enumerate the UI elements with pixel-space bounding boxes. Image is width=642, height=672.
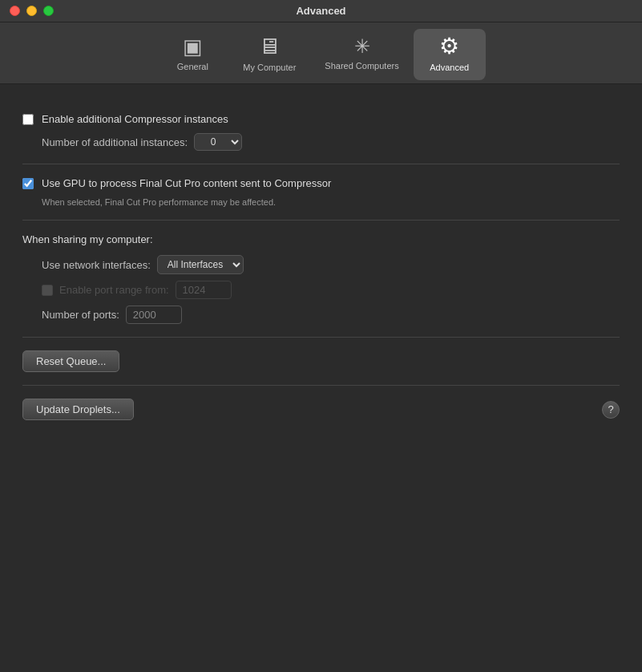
titlebar: Advanced <box>0 0 642 22</box>
tab-shared-computers-label: Shared Computers <box>325 61 398 71</box>
ports-label: Number of ports: <box>42 309 119 321</box>
network-dropdown[interactable]: All Interfaces Ethernet Wi-Fi <box>157 255 244 274</box>
my-computer-icon: 🖥 <box>258 35 281 58</box>
network-row: Use network interfaces: All Interfaces E… <box>42 255 620 274</box>
update-droplets-row: Update Droplets... ? <box>22 386 620 433</box>
sharing-section: When sharing my computer: Use network in… <box>22 221 620 338</box>
tab-shared-computers[interactable]: ✳ Shared Computers <box>310 30 413 79</box>
enable-compressor-label[interactable]: Enable additional Compressor instances <box>42 113 228 125</box>
help-button[interactable]: ? <box>602 401 620 419</box>
tab-my-computer-label: My Computer <box>243 63 296 72</box>
compressor-section: Enable additional Compressor instances N… <box>22 100 620 164</box>
instances-row: Number of additional instances: 0 1 2 3 … <box>42 133 620 151</box>
tab-advanced-label: Advanced <box>430 63 469 72</box>
shared-computers-icon: ✳ <box>354 37 370 56</box>
tab-general-label: General <box>177 62 208 71</box>
toolbar: ▣ General 🖥 My Computer ✳ Shared Compute… <box>0 22 642 84</box>
maximize-button[interactable] <box>43 6 54 16</box>
use-gpu-checkbox[interactable] <box>22 178 34 189</box>
tab-advanced[interactable]: ⚙ Advanced <box>414 29 486 80</box>
port-range-label[interactable]: Enable port range from: <box>59 284 169 296</box>
window-controls[interactable] <box>10 6 54 16</box>
window-title: Advanced <box>296 5 345 17</box>
enable-compressor-checkbox[interactable] <box>22 114 34 125</box>
general-icon: ▣ <box>183 36 203 57</box>
main-content: Enable additional Compressor instances N… <box>0 84 642 672</box>
gpu-checkbox-row: Use GPU to process Final Cut Pro content… <box>22 177 620 189</box>
gpu-description: When selected, Final Cut Pro performance… <box>42 197 620 207</box>
buttons-area: Reset Queue... Update Droplets... ? <box>22 338 620 433</box>
close-button[interactable] <box>10 6 20 16</box>
ports-value[interactable] <box>126 306 182 324</box>
tab-general[interactable]: ▣ General <box>156 30 228 79</box>
port-range-checkbox[interactable] <box>42 285 53 296</box>
use-gpu-label[interactable]: Use GPU to process Final Cut Pro content… <box>42 177 331 189</box>
minimize-button[interactable] <box>26 6 37 16</box>
gpu-section: Use GPU to process Final Cut Pro content… <box>22 164 620 221</box>
reset-queue-button[interactable]: Reset Queue... <box>22 350 119 372</box>
instances-stepper[interactable]: 0 1 2 3 4 <box>194 133 242 151</box>
reset-queue-row: Reset Queue... <box>22 338 620 386</box>
compressor-checkbox-row: Enable additional Compressor instances <box>22 113 620 125</box>
sharing-title: When sharing my computer: <box>22 233 620 245</box>
network-label: Use network interfaces: <box>42 259 151 271</box>
instances-label: Number of additional instances: <box>42 136 188 148</box>
ports-row: Number of ports: <box>42 306 620 324</box>
tab-my-computer[interactable]: 🖥 My Computer <box>228 29 310 80</box>
update-droplets-button[interactable]: Update Droplets... <box>22 399 134 420</box>
advanced-icon: ⚙ <box>439 35 459 58</box>
port-range-value[interactable] <box>176 281 232 299</box>
port-range-row: Enable port range from: <box>42 281 620 299</box>
